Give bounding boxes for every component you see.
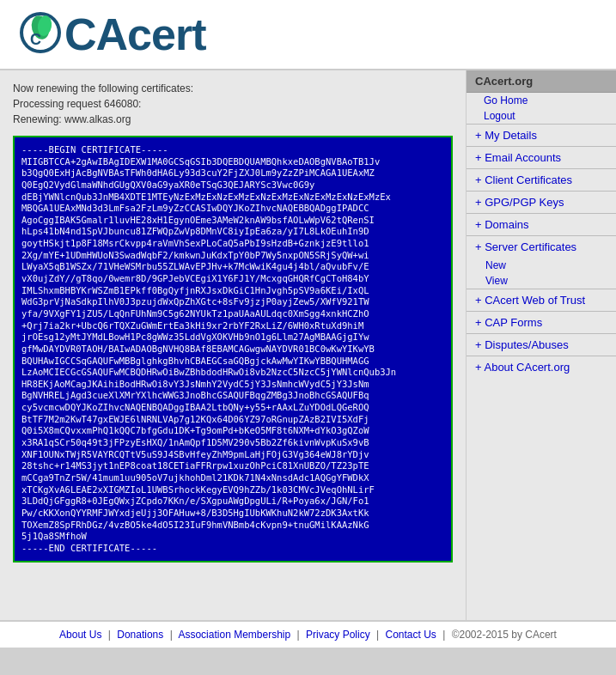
cacert-web-of-trust-section: + CAcert Web of Trust xyxy=(467,289,616,311)
renewing-line2: Processing request 646080: xyxy=(13,96,453,112)
go-home-link[interactable]: Go Home xyxy=(467,93,616,108)
about-cacert-link[interactable]: + About CAcert.org xyxy=(467,356,616,378)
cacert-logo-icon: C xyxy=(17,9,64,60)
about-us-footer-link[interactable]: About Us xyxy=(59,629,101,641)
sidebar-site-title: CAcert.org xyxy=(467,70,616,93)
about-cacert-section: + About CAcert.org xyxy=(467,356,616,378)
server-certificates-section: + Server Certificates New View xyxy=(467,235,616,289)
gpg-pgp-keys-section: + GPG/PGP Keys xyxy=(467,191,616,213)
footer-sep-1: | xyxy=(108,629,111,641)
disputes-abuses-link[interactable]: + Disputes/Abuses xyxy=(467,334,616,356)
main-wrapper: Now renewing the following certificates:… xyxy=(0,70,616,620)
logo-ca: CA xyxy=(64,9,127,59)
renewing-line3: Renewing: www.alkas.org xyxy=(13,112,453,127)
renewing-line1: Now renewing the following certificates: xyxy=(13,81,453,96)
logout-link[interactable]: Logout xyxy=(467,108,616,124)
content-area: Now renewing the following certificates:… xyxy=(0,70,466,620)
server-certificates-new-link[interactable]: New xyxy=(467,258,616,273)
header: C CAcert xyxy=(0,0,616,70)
contact-us-footer-link[interactable]: Contact Us xyxy=(385,629,436,641)
client-certificates-section: + Client Certificates xyxy=(467,168,616,191)
footer: About Us | Donations | Association Membe… xyxy=(0,620,616,648)
cap-forms-section: + CAP Forms xyxy=(467,311,616,333)
sidebar: CAcert.org Go Home Logout + My Details +… xyxy=(466,70,616,620)
my-details-link[interactable]: + My Details xyxy=(467,125,616,146)
svg-text:C: C xyxy=(30,31,41,48)
footer-sep-3: | xyxy=(297,629,300,641)
cacert-web-of-trust-link[interactable]: + CAcert Web of Trust xyxy=(467,289,616,311)
association-membership-footer-link[interactable]: Association Membership xyxy=(178,629,290,641)
footer-copyright: ©2002-2015 by CAcert xyxy=(452,629,557,641)
certificate-box: -----BEGIN CERTIFICATE----- MIIGBTCCA+2g… xyxy=(13,136,453,562)
renewing-info: Now renewing the following certificates:… xyxy=(13,81,453,127)
email-accounts-section: + Email Accounts xyxy=(467,146,616,168)
domains-section: + Domains xyxy=(467,213,616,235)
logo-cert: cert xyxy=(127,9,205,59)
logo-wrapper: C CAcert xyxy=(17,9,206,60)
donations-footer-link[interactable]: Donations xyxy=(117,629,163,641)
server-certificates-view-link[interactable]: View xyxy=(467,273,616,289)
cap-forms-link[interactable]: + CAP Forms xyxy=(467,312,616,333)
client-certificates-link[interactable]: + Client Certificates xyxy=(467,169,616,191)
privacy-policy-footer-link[interactable]: Privacy Policy xyxy=(306,629,370,641)
gpg-pgp-keys-link[interactable]: + GPG/PGP Keys xyxy=(467,192,616,213)
server-certificates-link[interactable]: + Server Certificates xyxy=(467,236,616,258)
footer-sep-2: | xyxy=(170,629,173,641)
my-details-section: + My Details xyxy=(467,124,616,146)
email-accounts-link[interactable]: + Email Accounts xyxy=(467,147,616,168)
footer-sep-4: | xyxy=(376,629,379,641)
logo-text: CAcert xyxy=(64,9,206,60)
disputes-abuses-section: + Disputes/Abuses xyxy=(467,333,616,356)
domains-link[interactable]: + Domains xyxy=(467,214,616,235)
footer-sep-5: | xyxy=(442,629,445,641)
